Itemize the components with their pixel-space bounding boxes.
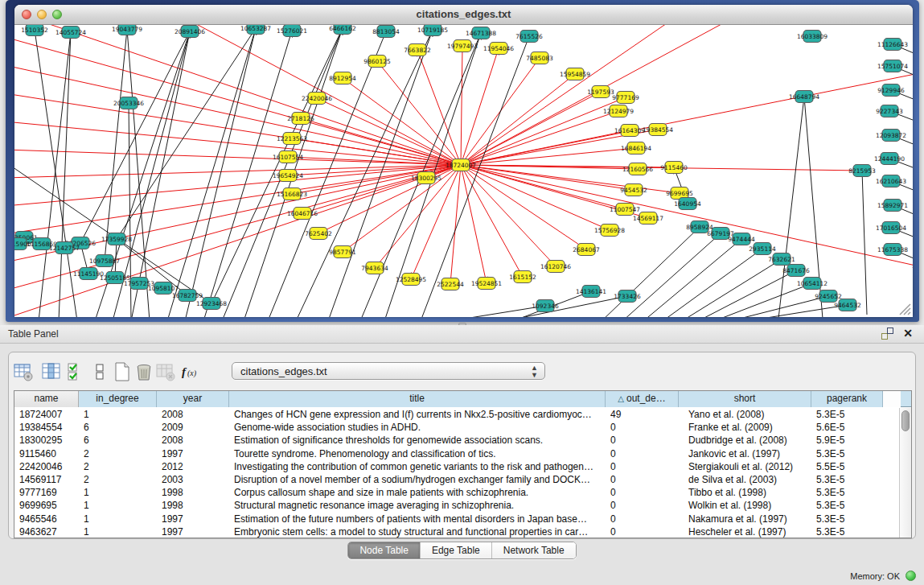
close-panel-icon[interactable]: ✕ (903, 328, 913, 340)
cell-year[interactable]: 2008 (157, 408, 229, 421)
cell-short[interactable]: Dudbridge et al. (2008) (679, 434, 811, 447)
table-row[interactable]: 946362711997Embryonic stem cells: a mode… (14, 525, 899, 538)
table-type-tabs[interactable]: Node TableEdge TableNetwork Table (347, 542, 576, 559)
cell-pagerank[interactable]: 5.3E-5 (811, 473, 883, 486)
graph-node-9115460[interactable]: 9115460 (660, 162, 688, 174)
graph-node-16648794[interactable]: 16648794 (789, 91, 819, 103)
column-header-out_de[interactable]: △out_de… (606, 391, 679, 407)
column-select-icon[interactable] (41, 360, 64, 383)
graph-node-15954859[interactable]: 15954859 (560, 68, 590, 80)
column-header-name[interactable]: name (14, 391, 79, 407)
column-header-in_degree[interactable]: in_degree (79, 391, 157, 407)
graph-nodes[interactable]: 1872400719797493119540467485083159548591… (14, 25, 908, 312)
graph-node-9857791[interactable]: 9857791 (329, 246, 356, 258)
column-header-title[interactable]: title (229, 391, 606, 407)
graph-node-20053346[interactable]: 20053346 (113, 97, 144, 109)
cell-title[interactable]: Genome-wide association studies in ADHD. (229, 421, 606, 434)
graph-node-1615152[interactable]: 1615152 (509, 271, 536, 283)
cell-title[interactable]: Corpus callosum shape and size in male p… (229, 486, 606, 499)
graph-node-6466162[interactable]: 6466162 (329, 25, 356, 35)
cell-pagerank[interactable]: 5.3E-5 (811, 447, 883, 460)
graph-node-22420046[interactable]: 22420046 (302, 93, 332, 105)
table-row[interactable]: 1456911722003Disruption of a novel membe… (14, 473, 899, 486)
cell-out_de[interactable]: 0 (606, 513, 679, 525)
cell-name[interactable]: 18724007 (14, 408, 79, 421)
cell-short[interactable]: Wolkin et al. (1998) (679, 499, 811, 512)
cell-title[interactable]: Disruption of a novel member of a sodium… (229, 473, 606, 486)
graph-node-16846194[interactable]: 16846194 (621, 142, 651, 154)
cell-short[interactable]: Nakamura et al. (1997) (679, 513, 811, 525)
graph-node-20891406[interactable]: 20891406 (175, 26, 205, 38)
graph-node-15756928[interactable]: 15756928 (594, 225, 625, 237)
cell-pagerank[interactable]: 5.3E-5 (811, 408, 883, 421)
graph-node-14569117[interactable]: 14569117 (633, 212, 663, 225)
cell-out_de[interactable]: 0 (606, 473, 679, 486)
cell-in_degree[interactable]: 6 (79, 421, 157, 434)
network-window-titlebar[interactable]: citations_edges.txt (14, 5, 913, 25)
cell-name[interactable]: 19384554 (14, 421, 79, 434)
float-panel-icon[interactable] (881, 328, 893, 340)
cell-short[interactable]: Franke et al. (2009) (679, 421, 811, 434)
cell-in_degree[interactable]: 1 (79, 513, 157, 525)
cell-pagerank[interactable]: 5.3E-5 (811, 499, 883, 512)
cell-short[interactable]: Jankovic et al. (1997) (679, 447, 811, 460)
graph-node-9860125[interactable]: 9860125 (363, 56, 391, 68)
cell-in_degree[interactable]: 1 (79, 408, 157, 421)
delete-rows-trash-icon[interactable] (133, 360, 156, 383)
graph-node-8215953[interactable]: 8215953 (848, 165, 876, 177)
cell-title[interactable]: Structural magnetic resonance image aver… (229, 499, 606, 512)
column-header-year[interactable]: year (157, 391, 229, 407)
cell-out_de[interactable]: 0 (606, 434, 679, 447)
cell-out_de[interactable]: 0 (606, 460, 679, 473)
cell-year[interactable]: 2009 (157, 421, 229, 434)
graph-node-19797493[interactable]: 19797493 (447, 40, 478, 52)
graph-node-12124979[interactable]: 12124979 (603, 105, 634, 117)
table-settings-icon[interactable] (13, 360, 35, 383)
cell-name[interactable]: 18300295 (14, 434, 79, 447)
graph-node-7485083[interactable]: 7485083 (526, 52, 553, 64)
cell-year[interactable]: 1997 (157, 513, 229, 525)
table-row[interactable]: 1938455462009Genome-wide association stu… (14, 421, 899, 434)
cell-out_de[interactable]: 0 (606, 421, 679, 434)
cell-in_degree[interactable]: 2 (79, 473, 157, 486)
cell-year[interactable]: 1997 (157, 525, 229, 538)
graph-node-10719185[interactable]: 10719185 (417, 25, 448, 36)
graph-node-9464532[interactable]: 9464532 (834, 299, 861, 311)
new-table-icon[interactable] (112, 360, 134, 383)
cell-title[interactable]: Embryonic stem cells: a model to study s… (229, 525, 606, 538)
graph-node-12528495[interactable]: 12528495 (396, 274, 426, 286)
cell-title[interactable]: Tourette syndrome. Phenomenology and cla… (229, 447, 606, 460)
cell-out_de[interactable]: 0 (606, 447, 679, 460)
graph-node-19524851[interactable]: 19524851 (471, 278, 502, 290)
graph-node-11007547[interactable]: 11007547 (610, 204, 640, 216)
tab-node-table[interactable]: Node Table (348, 542, 421, 558)
cell-title[interactable]: Estimation of the future numbers of pati… (229, 513, 606, 525)
graph-node-9454532[interactable]: 9454532 (620, 184, 647, 196)
cell-title[interactable]: Investigating the contribution of common… (229, 460, 606, 473)
graph-node-8912954[interactable]: 8912954 (329, 72, 356, 84)
graph-node-1640954[interactable]: 1640954 (674, 198, 701, 210)
graph-node-16107554[interactable]: 16107554 (273, 151, 303, 163)
graph-node-2935114[interactable]: 2935114 (749, 243, 776, 255)
table-rows[interactable]: 1872400712008Changes of HCN gene express… (14, 408, 899, 538)
graph-node-9227343[interactable]: 9227343 (876, 105, 903, 117)
vertical-scrollbar[interactable] (899, 408, 911, 538)
cell-year[interactable]: 2012 (157, 460, 229, 473)
cell-pagerank[interactable]: 5.3E-5 (811, 513, 883, 525)
cell-year[interactable]: 2008 (157, 434, 229, 447)
graph-node-15276021[interactable]: 15276021 (277, 25, 307, 37)
function-builder-icon[interactable]: f(x) (180, 360, 203, 383)
graph-node-19043779[interactable]: 19043779 (112, 25, 142, 35)
graph-node-2684067[interactable]: 2684067 (573, 244, 600, 256)
cell-name[interactable]: 14569117 (14, 473, 79, 486)
graph-node-14671388[interactable]: 14671388 (466, 27, 496, 39)
cell-in_degree[interactable]: 2 (79, 447, 157, 460)
graph-node-2522544[interactable]: 2522544 (437, 278, 464, 290)
graph-node-1733426[interactable]: 1733426 (614, 290, 641, 303)
table-row[interactable]: 2242004622012Investigating the contribut… (14, 460, 899, 473)
cell-out_de[interactable]: 0 (606, 486, 679, 499)
graph-node-1197593[interactable]: 1197593 (587, 86, 614, 98)
cell-pagerank[interactable]: 5.5E-5 (811, 460, 883, 473)
row-stack-icon[interactable] (90, 360, 113, 383)
graph-node-12160566[interactable]: 12160566 (622, 163, 653, 175)
